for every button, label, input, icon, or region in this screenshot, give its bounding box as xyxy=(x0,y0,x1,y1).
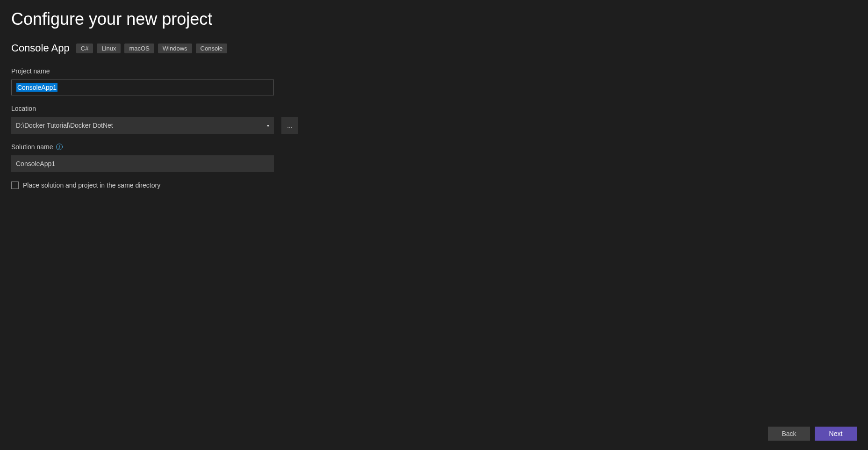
location-dropdown[interactable]: D:\Docker Tutorial\Docker DotNet ▾ xyxy=(11,117,274,134)
tag-windows: Windows xyxy=(158,44,192,53)
same-directory-label: Place solution and project in the same d… xyxy=(23,181,160,189)
tag-csharp: C# xyxy=(76,44,93,53)
footer-buttons: Back Next xyxy=(768,427,857,441)
same-directory-checkbox[interactable] xyxy=(11,181,19,189)
project-type-row: Console App C# Linux macOS Windows Conso… xyxy=(11,42,857,54)
solution-name-input[interactable]: ConsoleApp1 xyxy=(11,155,274,172)
back-button[interactable]: Back xyxy=(768,427,810,441)
browse-button[interactable]: ... xyxy=(281,117,298,134)
solution-name-value: ConsoleApp1 xyxy=(16,160,55,167)
solution-name-label-text: Solution name xyxy=(11,143,53,151)
chevron-down-icon: ▾ xyxy=(267,123,269,128)
tag-macos: macOS xyxy=(124,44,154,53)
location-label: Location xyxy=(11,105,857,112)
project-type-name: Console App xyxy=(11,42,70,54)
project-name-input[interactable]: ConsoleApp1 xyxy=(11,80,274,95)
tag-console: Console xyxy=(196,44,228,53)
info-icon[interactable]: i xyxy=(56,144,63,150)
solution-name-label: Solution name i xyxy=(11,143,857,151)
page-title: Configure your new project xyxy=(11,9,857,29)
project-name-label: Project name xyxy=(11,67,857,75)
location-value: D:\Docker Tutorial\Docker DotNet xyxy=(16,122,113,129)
next-button[interactable]: Next xyxy=(815,427,857,441)
tag-linux: Linux xyxy=(97,44,121,53)
project-name-value: ConsoleApp1 xyxy=(16,83,57,92)
